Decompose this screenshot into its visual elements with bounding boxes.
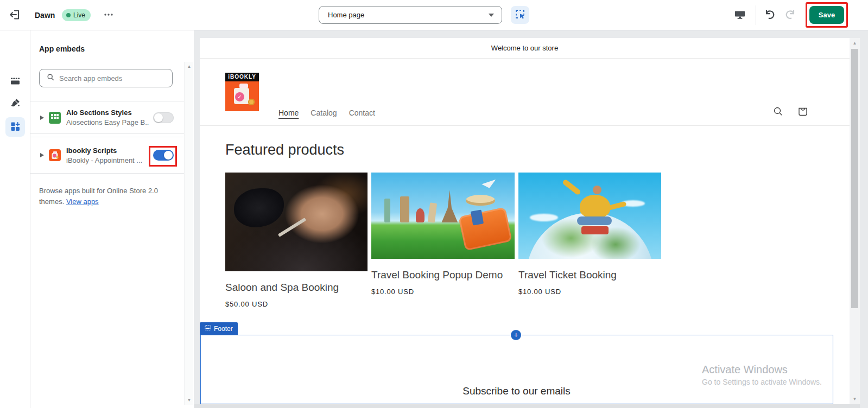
desktop-icon	[734, 9, 746, 22]
image-shape	[278, 218, 306, 237]
image-shape	[581, 226, 609, 234]
rail-app-embeds-button[interactable]	[5, 117, 25, 137]
store-logo[interactable]: iBOOKLY	[225, 73, 259, 111]
nav-link-catalog[interactable]: Catalog	[311, 109, 337, 117]
undo-button[interactable]	[762, 8, 777, 22]
section-picker-button[interactable]	[511, 6, 529, 24]
page-selector-value: Home page	[328, 11, 489, 19]
app-description: iBookly - Appointment ...	[66, 156, 149, 164]
scroll-down-icon[interactable]	[850, 397, 860, 401]
exit-editor-button[interactable]	[7, 7, 23, 23]
image-shape	[384, 199, 390, 222]
image-shape	[459, 207, 512, 251]
aio-app-icon	[49, 112, 61, 124]
app-toggle-aio[interactable]	[153, 112, 174, 123]
top-bar: Dawn Live Home page	[0, 0, 868, 30]
image-shape	[580, 195, 610, 218]
footer-section-tab[interactable]: Footer	[200, 322, 238, 335]
redo-icon	[784, 8, 797, 23]
image-shape	[441, 190, 458, 222]
preview-scrollbar[interactable]	[850, 38, 860, 404]
browse-apps-note: Browse apps built for Online Store 2.0 t…	[39, 186, 179, 207]
scrollbar-thumb[interactable]	[851, 49, 858, 308]
storefront-search-icon[interactable]	[772, 105, 785, 118]
image-shape	[530, 214, 558, 221]
ibookly-app-icon	[49, 149, 61, 161]
add-section-button[interactable]	[511, 330, 521, 340]
image-shape	[234, 188, 284, 227]
nav-link-contact[interactable]: Contact	[349, 109, 375, 117]
sections-icon	[9, 75, 21, 89]
disclosure-triangle-icon[interactable]	[40, 153, 44, 157]
image-shape	[481, 180, 496, 188]
image-shape	[466, 195, 495, 206]
exit-icon	[9, 9, 21, 22]
product-card-saloon[interactable]: Saloon and Spa Booking $50.00 USD	[225, 173, 368, 308]
overflow-menu-button[interactable]	[101, 9, 116, 21]
toggle-knob	[164, 151, 173, 160]
app-description: Aiosections Easy Page B...	[66, 118, 149, 126]
storefront-header: iBOOKLY Home Catalog Contact	[200, 59, 850, 126]
logo-coin-shape	[248, 99, 255, 105]
image-shape	[416, 208, 425, 222]
page-selector-dropdown[interactable]: Home page	[319, 6, 502, 24]
scroll-up-icon[interactable]	[185, 64, 194, 69]
product-title[interactable]: Travel Booking Popup Demo	[371, 269, 515, 281]
panel-scrollbar[interactable]	[184, 62, 193, 405]
live-status-badge: Live	[62, 9, 91, 21]
announcement-bar[interactable]: Welcome to our store	[200, 38, 850, 59]
nav-link-home[interactable]: Home	[278, 109, 299, 117]
product-title[interactable]: Travel Ticket Booking	[518, 269, 661, 281]
product-price: $10.00 USD	[371, 288, 515, 296]
app-embeds-search-input[interactable]	[59, 74, 167, 82]
save-button[interactable]: Save	[809, 6, 844, 24]
search-input-wrapper	[39, 69, 173, 87]
panel-title: App embeds	[39, 44, 85, 53]
footer-section-label: Footer	[214, 325, 233, 333]
store-logo-image	[225, 81, 259, 111]
product-image-travel-ticket[interactable]	[518, 173, 661, 259]
section-picker-icon	[514, 8, 526, 22]
undo-icon	[763, 8, 776, 23]
app-toggle-ibookly[interactable]	[153, 150, 174, 161]
live-badge-label: Live	[73, 11, 85, 19]
redo-button[interactable]	[783, 8, 798, 22]
image-shape	[471, 209, 484, 225]
store-logo-text: iBOOKLY	[225, 73, 259, 81]
toggle-knob	[154, 113, 163, 122]
product-image-saloon[interactable]	[225, 173, 368, 271]
product-card-travel-popup[interactable]: Travel Booking Popup Demo $10.00 USD	[371, 173, 515, 296]
theme-name: Dawn	[35, 11, 55, 20]
scroll-up-icon[interactable]	[850, 41, 860, 46]
product-price: $50.00 USD	[225, 300, 368, 308]
footer-section-icon	[205, 324, 211, 333]
apps-icon	[9, 120, 21, 134]
rail-sections-button[interactable]	[5, 72, 25, 92]
activate-windows-watermark: Activate Windows	[702, 364, 788, 376]
subscribe-heading: Subscribe to our emails	[200, 385, 833, 397]
bottom-edge-strip	[194, 404, 860, 408]
search-icon	[46, 73, 55, 84]
product-card-travel-ticket[interactable]: Travel Ticket Booking $10.00 USD	[518, 173, 661, 296]
image-shape	[400, 196, 409, 222]
logo-check-icon	[235, 92, 244, 101]
product-image-travel-popup[interactable]	[371, 173, 515, 259]
app-embed-row-ibookly: ibookly Scripts iBookly - Appointment ..…	[30, 137, 184, 174]
ellipsis-icon	[103, 9, 115, 22]
app-embed-row-aio: Aio Sections Styles Aiosections Easy Pag…	[30, 101, 184, 134]
paintbrush-icon	[9, 97, 21, 111]
rail-theme-settings-button[interactable]	[5, 94, 25, 113]
view-apps-link[interactable]: View apps	[66, 197, 99, 206]
product-title[interactable]: Saloon and Spa Booking	[225, 282, 368, 294]
editor-rail	[0, 30, 30, 408]
featured-products-heading: Featured products	[225, 142, 344, 158]
app-name: ibookly Scripts	[66, 146, 149, 155]
disclosure-triangle-icon[interactable]	[40, 116, 44, 120]
product-price: $10.00 USD	[518, 288, 661, 296]
live-dot-icon	[66, 13, 71, 17]
device-preview-button[interactable]	[733, 9, 747, 22]
cart-icon[interactable]	[797, 105, 810, 118]
theme-preview-canvas: Welcome to our store iBOOKLY Home Catalo…	[200, 38, 850, 404]
scroll-down-icon[interactable]	[185, 398, 194, 403]
dropdown-caret-icon	[489, 14, 494, 17]
